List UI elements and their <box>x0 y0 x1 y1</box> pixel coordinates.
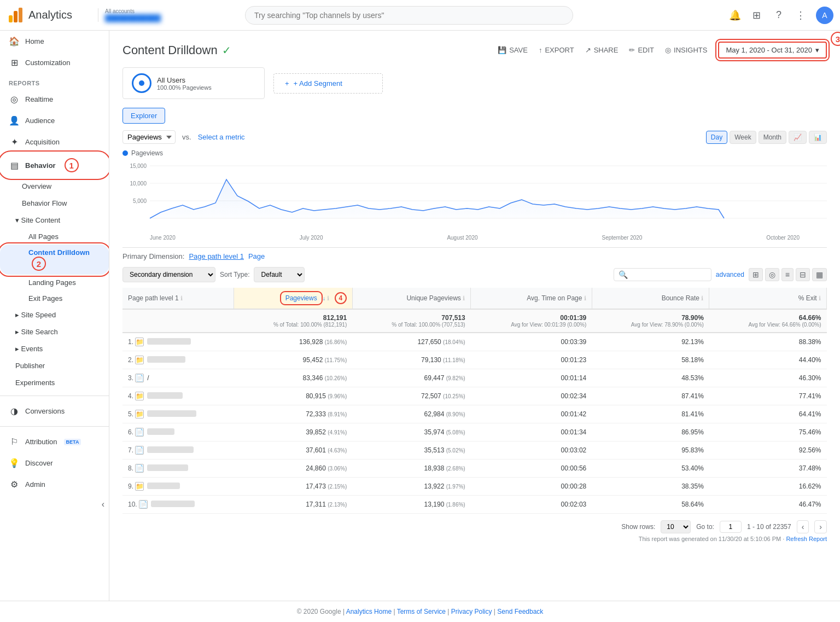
collapse-sidebar-button[interactable]: ‹ <box>0 495 109 514</box>
tab-explorer[interactable]: Explorer <box>122 108 165 124</box>
secondary-dimension-selector[interactable]: Secondary dimension <box>122 267 215 282</box>
table-row[interactable]: 5. 📁████████72,333 (8.91%)62,984 (8.90%)… <box>122 405 827 423</box>
sidebar-item-site-speed[interactable]: ▸ Site Speed <box>0 306 109 323</box>
col-exit-pct[interactable]: % Exit ℹ <box>709 288 827 309</box>
col-page-path[interactable]: Page path level 1 ℹ <box>122 288 234 309</box>
show-rows-selector[interactable]: 10 25 50 100 500 <box>661 520 691 533</box>
sidebar-item-publisher[interactable]: Publisher <box>0 357 109 374</box>
sidebar-item-experiments[interactable]: Experiments <box>0 374 109 391</box>
select-metric-link[interactable]: Select a metric <box>198 133 245 141</box>
page-icon: 📄 <box>135 428 144 437</box>
svg-text:5,000: 5,000 <box>133 198 147 204</box>
add-segment-button[interactable]: + + Add Segment <box>273 73 383 94</box>
col-avg-time[interactable]: Avg. Time on Page ℹ <box>471 288 592 309</box>
sidebar-item-content-drilldown[interactable]: Content Drilldown 2 <box>0 245 109 275</box>
sidebar-item-audience[interactable]: 👤 Audience <box>0 110 109 131</box>
analytics-home-link[interactable]: Analytics Home <box>346 608 392 615</box>
home-icon: 🏠 <box>9 36 20 46</box>
metric-selector[interactable]: Pageviews <box>122 130 176 144</box>
goto-input[interactable] <box>720 521 742 533</box>
sort-type-selector[interactable]: Default <box>254 267 305 282</box>
prev-page-button[interactable]: ‹ <box>797 520 809 533</box>
legend-dot <box>122 150 128 156</box>
page-path-link[interactable]: Page path level 1 <box>189 252 243 260</box>
week-button[interactable]: Week <box>730 131 756 144</box>
share-button[interactable]: ↗ SHARE <box>585 46 619 54</box>
account-name[interactable]: ████████████ <box>105 14 161 22</box>
sidebar-item-events[interactable]: ▸ Events <box>0 340 109 357</box>
export-button[interactable]: ↑ EXPORT <box>539 46 574 54</box>
data-view-button[interactable]: ▦ <box>812 268 827 281</box>
table-row[interactable]: 9. 📁████████17,473 (2.15%)13,922 (1.97%)… <box>122 478 827 496</box>
segment-inner-dot <box>139 80 144 86</box>
col-pageviews[interactable]: Pageviews ↓ ℹ 4 <box>234 288 352 309</box>
table-row[interactable]: 2. 📁████████95,452 (11.75%)79,130 (11.18… <box>122 351 827 369</box>
table-row[interactable]: 4. 📁████████80,915 (9.96%)72,507 (10.25%… <box>122 387 827 405</box>
grid-view-button[interactable]: ⊞ <box>749 268 763 281</box>
show-rows-label: Show rows: <box>621 523 655 531</box>
sidebar-item-home[interactable]: 🏠 Home <box>0 31 109 52</box>
table-cell: 35,513 (5.02%) <box>352 441 470 460</box>
search-input[interactable] <box>245 6 573 25</box>
sidebar-item-all-pages[interactable]: All Pages <box>0 229 109 245</box>
table-cell: 48.53% <box>592 369 709 387</box>
terms-link[interactable]: Terms of Service <box>397 608 446 615</box>
grid-icon[interactable]: ⊞ <box>750 9 763 22</box>
day-button[interactable]: Day <box>706 131 727 144</box>
help-icon[interactable]: ? <box>772 9 785 22</box>
pie-view-button[interactable]: ◎ <box>765 268 779 281</box>
table-row[interactable]: 8. 📄████████24,860 (3.06%)18,938 (2.68%)… <box>122 460 827 478</box>
list-view-button[interactable]: ≡ <box>781 268 794 281</box>
sidebar-item-realtime[interactable]: ◎ Realtime <box>0 89 109 110</box>
sidebar-item-landing-pages[interactable]: Landing Pages <box>0 275 109 290</box>
page-link[interactable]: Page <box>248 252 265 260</box>
edit-button[interactable]: ✏ EDIT <box>629 46 654 54</box>
avatar[interactable]: A <box>816 7 833 24</box>
sidebar-item-behavior-overview[interactable]: Overview <box>0 178 109 195</box>
feedback-link[interactable]: Send Feedback <box>497 608 543 615</box>
pivot-button[interactable]: ⊟ <box>796 268 810 281</box>
col-unique-pageviews[interactable]: Unique Pageviews ℹ <box>352 288 470 309</box>
insights-button[interactable]: ◎ INSIGHTS <box>665 46 707 54</box>
table-cell: 46.30% <box>709 369 827 387</box>
annotation-4: 4 <box>335 292 347 304</box>
refresh-report-link[interactable]: Refresh Report <box>786 536 827 542</box>
sidebar-item-exit-pages[interactable]: Exit Pages <box>0 290 109 306</box>
bell-icon[interactable]: 🔔 <box>728 9 742 22</box>
sidebar-item-conversions[interactable]: ◑ Conversions <box>0 400 109 422</box>
sidebar-item-acquisition[interactable]: ✦ Acquisition <box>0 131 109 153</box>
privacy-link[interactable]: Privacy Policy <box>451 608 492 615</box>
table-row[interactable]: 10. 📄████████17,311 (2.13%)13,190 (1.86%… <box>122 496 827 514</box>
sidebar-item-behavior-flow[interactable]: Behavior Flow <box>0 195 109 212</box>
sidebar-item-discover[interactable]: 💡 Discover <box>0 452 109 474</box>
col-bounce-rate[interactable]: Bounce Rate ℹ <box>592 288 709 309</box>
advanced-link[interactable]: advanced <box>716 271 744 278</box>
table-row[interactable]: 1. 📁████████136,928 (16.86%)127,650 (18.… <box>122 333 827 351</box>
table-cell: 92.13% <box>592 333 709 351</box>
table-cell: 00:01:23 <box>471 351 592 369</box>
table-cell: 72,507 (10.25%) <box>352 387 470 405</box>
more-vert-icon[interactable]: ⋮ <box>794 9 807 22</box>
sidebar-item-attribution[interactable]: ⚐ Attribution BETA <box>0 431 109 452</box>
sidebar-item-behavior[interactable]: ▤ Behavior 1 <box>0 153 109 178</box>
folder-icon: 📁 <box>135 338 144 346</box>
folder-icon: 📁 <box>135 392 144 400</box>
table-search-input[interactable] <box>630 271 707 278</box>
all-users-segment[interactable]: All Users 100.00% Pageviews <box>122 67 265 99</box>
table-row[interactable]: 3. 📄/83,346 (10.26%)69,447 (9.82%)00:01:… <box>122 369 827 387</box>
sidebar-item-site-content[interactable]: ▾ Site Content <box>0 212 109 229</box>
sidebar-item-customization[interactable]: ⊞ Customization <box>0 52 109 73</box>
table-cell: 88.38% <box>709 333 827 351</box>
table-row[interactable]: 7. 📄████████37,601 (4.63%)35,513 (5.02%)… <box>122 441 827 460</box>
account-area[interactable]: All accounts ████████████ <box>98 8 161 22</box>
save-button[interactable]: 💾 SAVE <box>498 46 528 54</box>
table-row[interactable]: 6. 📄████████39,852 (4.91%)35,974 (5.08%)… <box>122 423 827 441</box>
table-cell: 37,601 (4.63%) <box>234 441 352 460</box>
bar-chart-icon[interactable]: 📊 <box>809 131 827 144</box>
month-button[interactable]: Month <box>759 131 786 144</box>
line-chart-icon[interactable]: 📈 <box>789 131 807 144</box>
next-page-button[interactable]: › <box>814 520 827 533</box>
date-range-button[interactable]: May 1, 2020 - Oct 31, 2020 ▾ 3 <box>718 42 827 59</box>
sidebar-item-admin[interactable]: ⚙ Admin <box>0 474 109 495</box>
sidebar-item-site-search[interactable]: ▸ Site Search <box>0 323 109 340</box>
